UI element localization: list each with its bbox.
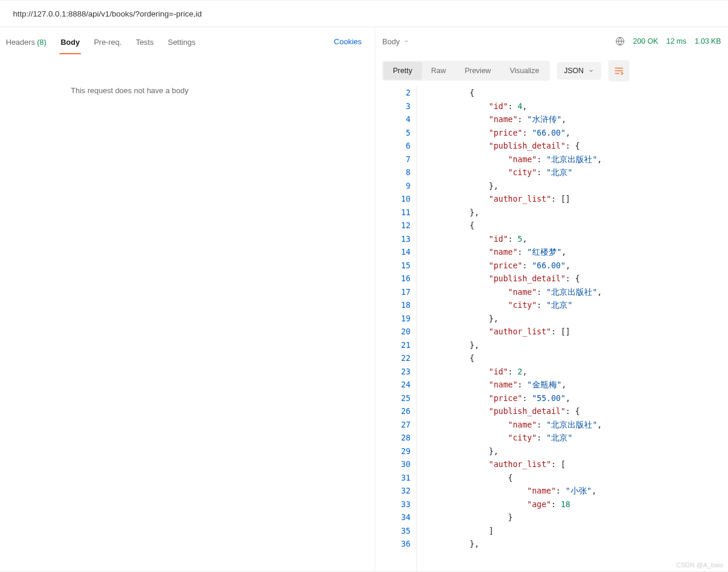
code-line: "author_list": [ [431,458,602,471]
line-number: 22 [375,351,411,365]
code-line: "price": "55.00", [431,392,602,405]
code-line: "name": "北京出版社", [431,285,602,299]
code-line: "name": "水浒传", [431,113,602,126]
code-line: { [431,219,602,232]
chevron-down-icon [588,68,594,74]
tab-body[interactable]: Body [60,29,81,54]
line-number: 35 [375,524,411,538]
line-number: 24 [375,378,411,392]
response-section-label: Body [382,37,400,46]
request-pane: Headers (8) Body Pre-req. Tests Settings… [0,27,375,572]
code-line: "name": "红楼梦", [431,245,602,259]
code-line: { [431,351,602,365]
code-line: } [431,511,602,524]
line-number: 5 [375,126,411,140]
code-line: "publish_detail": { [431,405,602,418]
code-line: }, [431,206,602,219]
code-line: "price": "66.00", [431,259,602,272]
line-number: 23 [375,365,411,379]
line-number: 12 [375,219,411,232]
request-tablist: Headers (8) Body Pre-req. Tests Settings… [0,27,375,55]
line-number: 34 [375,511,411,524]
code-content: { "id": 4, "name": "水浒传", "price": "66.0… [417,86,602,572]
line-number: 19 [375,312,411,326]
response-pane: Body 200 OK 12 ms 1.03 KB Pretty Raw Pre… [375,27,728,572]
request-body-empty: This request does not have a body [0,55,375,572]
code-line: ] [431,524,602,538]
code-line: { [431,471,602,485]
line-number: 30 [375,458,411,471]
tab-headers-count: (8) [37,38,47,47]
code-line: "city": "北京" [431,166,602,179]
code-line: "name": "北京出版社", [431,153,602,166]
line-number: 26 [375,405,411,418]
chevron-down-icon [404,38,409,44]
line-number: 3 [375,100,411,113]
line-number: 8 [375,166,411,179]
line-number: 21 [375,338,411,352]
tab-headers[interactable]: Headers (8) [5,29,48,54]
line-number: 25 [375,392,411,405]
response-meta: 200 OK 12 ms 1.03 KB [615,37,721,46]
line-number: 32 [375,484,411,498]
response-section-dropdown[interactable]: Body [382,37,409,46]
code-line: "id": 2, [431,365,602,379]
response-toolbar: Pretty Raw Preview Visualize JSON [375,55,728,86]
code-line: "author_list": [] [431,192,602,206]
cookies-link[interactable]: Cookies [334,37,370,46]
code-line: "age": 18 [431,498,602,511]
code-line: "id": 5, [431,232,602,246]
view-raw[interactable]: Raw [422,62,455,80]
view-mode-segment: Pretty Raw Preview Visualize [382,61,550,81]
status-time: 12 ms [666,37,686,45]
code-line: "city": "北京" [431,431,602,445]
view-preview[interactable]: Preview [455,62,500,80]
response-header: Body 200 OK 12 ms 1.03 KB [375,27,728,55]
code-line: "publish_detail": { [431,139,602,153]
code-line: }, [431,312,602,326]
code-line: "city": "北京" [431,298,602,312]
watermark: CSDN @A_baio [676,561,723,568]
line-number: 9 [375,179,411,193]
url-bar: http://127.0.0.1:8888/api/v1/books/?orde… [0,0,728,27]
line-number: 36 [375,537,411,551]
response-body[interactable]: 2345678910111213141516171819202122232425… [375,86,728,572]
url-input[interactable]: http://127.0.0.1:8888/api/v1/books/?orde… [13,9,202,18]
view-visualize[interactable]: Visualize [500,62,549,80]
line-number: 17 [375,285,411,299]
code-line: "publish_detail": { [431,272,602,285]
tab-tests[interactable]: Tests [135,29,155,54]
line-number: 4 [375,113,411,126]
format-label: JSON [564,67,583,75]
code-line: "name": "金瓶梅", [431,378,602,392]
line-number: 33 [375,498,411,511]
line-number: 10 [375,192,411,206]
wrap-icon [614,65,624,76]
wrap-lines-button[interactable] [608,60,629,81]
line-number: 11 [375,206,411,219]
format-dropdown[interactable]: JSON [557,62,601,80]
code-line: }, [431,179,602,193]
line-number: 16 [375,272,411,285]
code-line: "name": "小张", [431,484,602,498]
line-number: 27 [375,418,411,432]
tab-settings[interactable]: Settings [166,29,196,54]
tab-prereq[interactable]: Pre-req. [93,29,123,54]
line-number: 29 [375,445,411,458]
code-line: "name": "北京出版社", [431,418,602,432]
tab-headers-label: Headers [6,38,35,47]
line-number: 2 [375,86,411,100]
code-line: }, [431,445,602,458]
code-line: }, [431,338,602,352]
globe-icon[interactable] [615,37,625,46]
line-number: 13 [375,232,411,246]
line-gutter: 2345678910111213141516171819202122232425… [375,86,417,572]
code-line: "price": "66.00", [431,126,602,140]
code-line: { [431,86,602,100]
view-pretty[interactable]: Pretty [383,62,422,80]
code-line: }, [431,537,602,551]
line-number: 18 [375,298,411,312]
line-number: 28 [375,431,411,445]
line-number: 7 [375,153,411,166]
code-line: "author_list": [] [431,325,602,338]
